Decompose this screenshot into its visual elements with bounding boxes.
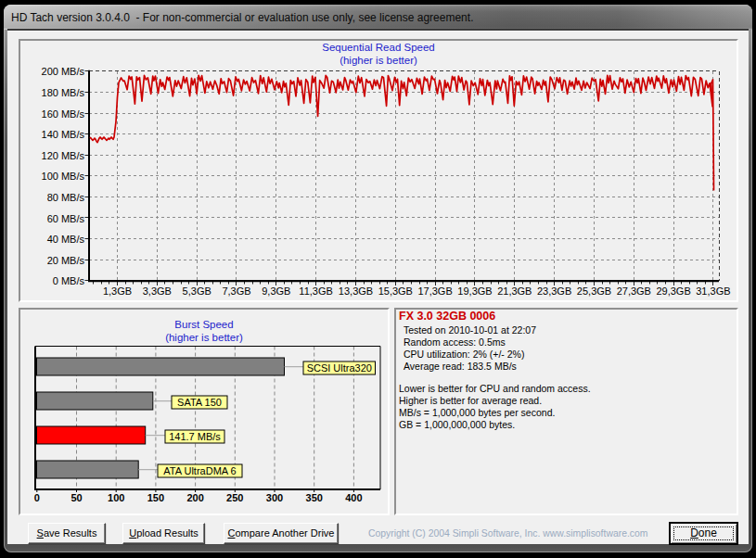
svg-text:Burst Speed: Burst Speed <box>174 319 233 330</box>
svg-text:1,3GB: 1,3GB <box>103 285 132 297</box>
svg-text:180 MB/s: 180 MB/s <box>42 87 85 98</box>
svg-text:(higher is better): (higher is better) <box>165 332 243 343</box>
svg-text:100: 100 <box>108 492 124 503</box>
svg-text:15,3GB: 15,3GB <box>378 285 413 297</box>
svg-text:400: 400 <box>345 492 362 503</box>
svg-text:0 MB/s: 0 MB/s <box>53 275 85 286</box>
svg-text:50: 50 <box>70 492 82 503</box>
svg-text:200: 200 <box>186 492 203 503</box>
svg-text:SCSI Ultra320: SCSI Ultra320 <box>307 362 372 374</box>
svg-text:17,3GB: 17,3GB <box>417 285 452 297</box>
svg-text:21,3GB: 21,3GB <box>497 285 532 297</box>
svg-text:27,3GB: 27,3GB <box>617 285 651 297</box>
svg-text:7,3GB: 7,3GB <box>222 285 250 297</box>
svg-text:80 MB/s: 80 MB/s <box>47 192 85 203</box>
svg-text:11,3GB: 11,3GB <box>299 285 333 297</box>
svg-text:150: 150 <box>147 492 164 503</box>
svg-text:300: 300 <box>266 492 283 503</box>
svg-text:(higher is better): (higher is better) <box>340 55 417 66</box>
svg-text:140 MB/s: 140 MB/s <box>42 129 85 140</box>
svg-text:25,3GB: 25,3GB <box>577 285 611 297</box>
svg-text:3,3GB: 3,3GB <box>143 285 172 297</box>
svg-text:100 MB/s: 100 MB/s <box>42 171 85 182</box>
svg-text:19,3GB: 19,3GB <box>457 285 492 297</box>
svg-text:141.7 MB/s: 141.7 MB/s <box>169 431 221 442</box>
svg-text:Sequential Read Speed: Sequential Read Speed <box>322 42 435 53</box>
svg-text:350: 350 <box>306 492 323 503</box>
svg-text:9,3GB: 9,3GB <box>262 285 290 297</box>
svg-text:250: 250 <box>226 492 243 503</box>
svg-text:31,3GB: 31,3GB <box>696 285 730 297</box>
svg-text:120 MB/s: 120 MB/s <box>42 150 85 161</box>
svg-text:29,3GB: 29,3GB <box>656 285 690 297</box>
svg-text:SATA 150: SATA 150 <box>177 397 222 408</box>
svg-text:5,3GB: 5,3GB <box>183 285 211 297</box>
svg-text:160 MB/s: 160 MB/s <box>42 108 85 120</box>
svg-text:40 MB/s: 40 MB/s <box>47 234 85 245</box>
svg-text:0: 0 <box>34 492 40 503</box>
svg-text:13,3GB: 13,3GB <box>339 285 373 297</box>
svg-text:20 MB/s: 20 MB/s <box>47 255 85 266</box>
svg-text:200 MB/s: 200 MB/s <box>42 66 85 77</box>
svg-text:60 MB/s: 60 MB/s <box>47 213 85 224</box>
svg-text:23,3GB: 23,3GB <box>537 285 571 297</box>
svg-text:ATA UltraDMA 6: ATA UltraDMA 6 <box>163 465 236 476</box>
